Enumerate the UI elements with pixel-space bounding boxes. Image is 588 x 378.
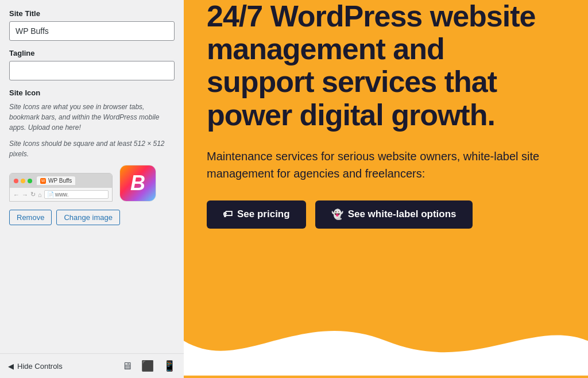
browser-tab: W WP Buffs xyxy=(37,176,75,185)
see-white-label-button[interactable]: 👻 See white-label options xyxy=(315,200,473,229)
remove-icon-button[interactable]: Remove xyxy=(9,210,52,225)
refresh-icon: ↻ xyxy=(30,191,36,198)
wave-decoration xyxy=(184,306,588,378)
site-title-label: Site Title xyxy=(9,9,175,18)
see-white-label-label: See white-label options xyxy=(348,209,457,220)
pricing-tag-icon: 🏷 xyxy=(223,209,233,220)
tablet-icon[interactable]: ⬛ xyxy=(141,360,154,372)
forward-icon: → xyxy=(22,191,28,198)
tagline-input[interactable] xyxy=(9,61,175,80)
desktop-icon[interactable]: 🖥 xyxy=(122,360,132,372)
chevron-left-icon: ◀ xyxy=(8,362,14,371)
icon-letter: B xyxy=(130,171,145,195)
icon-action-buttons: Remove Change image xyxy=(9,210,175,225)
dot-red-icon xyxy=(14,179,18,183)
site-icon-desc1: Site Icons are what you see in browser t… xyxy=(9,102,175,133)
home-icon: ⌂ xyxy=(38,191,42,198)
back-icon: ← xyxy=(13,191,20,198)
page-icon: 📄 xyxy=(47,191,54,198)
hide-controls-label: Hide Controls xyxy=(17,362,63,371)
site-icon-preview: B xyxy=(119,165,156,202)
hide-controls-button[interactable]: ◀ Hide Controls xyxy=(8,362,63,371)
change-image-button[interactable]: Change image xyxy=(56,210,120,225)
site-icon-gradient: B xyxy=(120,165,156,201)
see-pricing-label: See pricing xyxy=(237,209,290,220)
browser-mockup: W WP Buffs ← → ↻ ⌂ 📄 www. xyxy=(9,173,113,202)
dot-green-icon xyxy=(28,179,32,183)
hero-subtitle: Maintenance services for serious website… xyxy=(207,148,551,182)
site-content: 24/7 WordPress website management and su… xyxy=(184,0,574,252)
browser-chrome: W WP Buffs xyxy=(10,173,112,188)
site-title-input[interactable] xyxy=(9,21,175,41)
address-text: www. xyxy=(55,191,69,198)
tagline-label: Tagline xyxy=(9,49,175,57)
dot-yellow-icon xyxy=(21,179,25,183)
hero-title: 24/7 WordPress website management and su… xyxy=(207,0,551,132)
panel-content: Site Title Tagline Site Icon Site Icons … xyxy=(0,0,184,378)
browser-nav: ← → ↻ ⌂ 📄 www. xyxy=(10,188,112,201)
see-pricing-button[interactable]: 🏷 See pricing xyxy=(207,200,306,229)
customizer-panel: Site Title Tagline Site Icon Site Icons … xyxy=(0,0,184,378)
bottom-bar: ◀ Hide Controls 🖥 ⬛ 📱 xyxy=(0,353,184,378)
browser-tab-label: WP Buffs xyxy=(48,178,72,184)
site-icon-desc2: Site Icons should be square and at least… xyxy=(9,138,175,159)
site-preview-panel: 24/7 WordPress website management and su… xyxy=(184,0,588,378)
mobile-icon[interactable]: 📱 xyxy=(163,360,176,372)
tab-favicon-icon: W xyxy=(40,178,46,184)
site-icon-label: Site Icon xyxy=(9,88,175,97)
address-bar: 📄 www. xyxy=(44,190,109,199)
icon-preview-container: W WP Buffs ← → ↻ ⌂ 📄 www. B xyxy=(9,165,175,202)
device-icons: 🖥 ⬛ 📱 xyxy=(122,360,176,372)
cta-buttons: 🏷 See pricing 👻 See white-label options xyxy=(207,200,551,229)
ghost-icon: 👻 xyxy=(331,209,343,221)
